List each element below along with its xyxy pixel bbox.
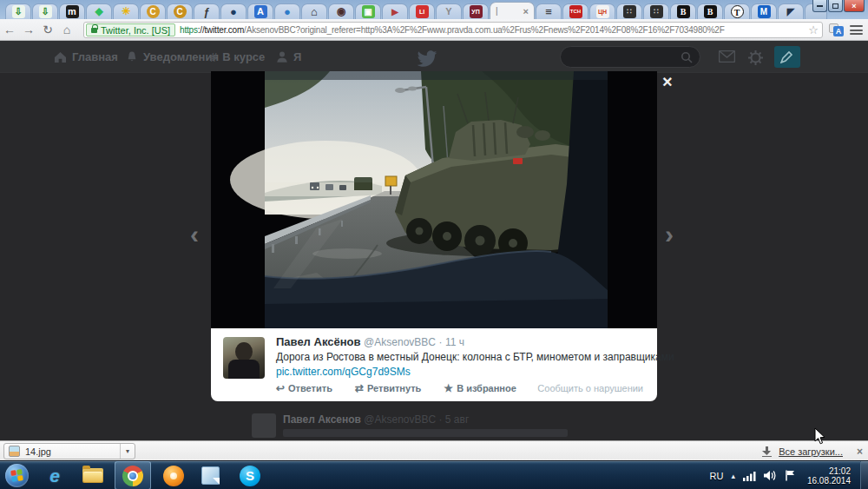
browser-tab[interactable]: Y — [436, 3, 462, 19]
browser-tab[interactable]: B — [697, 3, 723, 19]
obscured-text-line — [283, 429, 568, 437]
author-handle: @AksenovBBC — [364, 336, 436, 348]
taskbar-file-explorer[interactable] — [75, 461, 111, 489]
taskbar-chrome-active[interactable] — [115, 461, 151, 489]
taskbar-notes-app[interactable] — [192, 461, 228, 489]
taskbar-media-player[interactable] — [155, 461, 192, 489]
modal-close-icon[interactable]: × — [662, 74, 673, 89]
browser-tab[interactable]: M — [751, 3, 777, 19]
browser-tab[interactable]: ЦН — [589, 3, 615, 19]
browser-tab[interactable]: ● — [220, 3, 247, 19]
tweet-photo-link[interactable]: pic.twitter.com/qGCg7d9SMs — [276, 366, 411, 378]
taskbar: e S RU ▴ 21:02 16.08.2014 — [0, 460, 868, 489]
close-window-button[interactable]: × — [844, 0, 865, 12]
url-text: https://twitter.com/AksenovBBC?original_… — [180, 25, 725, 35]
download-bar-close-icon[interactable]: × — [850, 446, 863, 458]
nav-home[interactable]: Главная — [54, 41, 118, 73]
tab-favicon: B — [677, 5, 690, 18]
hashtag-icon: # — [210, 50, 217, 64]
windows-logo-icon — [10, 469, 23, 482]
bookmark-star-icon[interactable]: ☆ — [808, 23, 819, 36]
back-button[interactable]: ← — [0, 23, 19, 36]
home-icon — [54, 51, 67, 63]
browser-tab[interactable]: ƒ — [194, 3, 220, 19]
start-button[interactable] — [5, 464, 29, 487]
browser-tab[interactable]: ● — [274, 3, 300, 19]
browser-tab[interactable]: ≡ — [536, 3, 562, 19]
nav-profile[interactable]: Я — [276, 41, 301, 73]
reply-button[interactable]: ↩Ответить — [276, 382, 332, 394]
tab-favicon: ◤ — [785, 5, 798, 18]
browser-tab[interactable]: ◤ — [778, 3, 804, 19]
tab-close-icon[interactable]: × — [523, 6, 529, 17]
favorite-button[interactable]: ★В избранное — [444, 382, 516, 394]
active-tab[interactable]: | × — [490, 2, 535, 19]
browser-tab[interactable]: T — [724, 3, 750, 19]
browser-toolbar: ← → ↻ ⌂ Twitter, Inc. [US] https://twitt… — [0, 19, 868, 41]
network-signal-icon[interactable] — [743, 471, 756, 481]
download-dropdown-icon[interactable]: ▾ — [120, 444, 135, 459]
tweet-photo[interactable] — [211, 71, 657, 328]
download-item[interactable]: 14.jpg ▾ — [3, 443, 135, 459]
browser-tab[interactable]: m — [59, 3, 85, 19]
retweet-button[interactable]: ⇄Ретвитнуть — [355, 382, 421, 394]
tray-expand-icon[interactable]: ▴ — [731, 472, 735, 480]
close-icon: × — [852, 2, 856, 10]
address-bar[interactable]: Twitter, Inc. [US] https://twitter.com/A… — [83, 22, 823, 38]
browser-tab[interactable]: ⇩ — [5, 3, 31, 19]
action-center-flag-icon[interactable] — [785, 470, 796, 481]
browser-tab[interactable]: ∷ — [643, 3, 669, 19]
chrome-icon — [122, 466, 143, 486]
tab-favicon: ✳ — [120, 5, 133, 18]
show-desktop-button[interactable] — [860, 461, 868, 489]
show-all-downloads-link[interactable]: Все загрузки... — [779, 446, 843, 457]
taskbar-clock[interactable]: 21:02 16.08.2014 — [807, 466, 851, 486]
previous-photo-chevron[interactable]: ‹ — [190, 221, 199, 248]
browser-menu-icon[interactable] — [850, 25, 863, 35]
search-icon — [681, 51, 693, 63]
messages-icon[interactable] — [719, 50, 735, 63]
compose-tweet-button[interactable] — [774, 46, 800, 68]
volume-icon[interactable] — [764, 470, 777, 481]
home-button[interactable]: ⌂ — [57, 23, 76, 36]
browser-tab[interactable]: C — [140, 3, 166, 19]
browser-tab[interactable]: A — [247, 3, 273, 19]
avatar[interactable] — [223, 337, 265, 379]
skype-icon: S — [240, 466, 260, 486]
browser-tab[interactable]: ⌂ — [301, 3, 327, 19]
browser-tab[interactable]: LI — [409, 3, 435, 19]
tab-favicon: ≡ — [542, 5, 556, 18]
report-link[interactable]: Сообщить о нарушении — [537, 383, 643, 393]
reload-button[interactable]: ↻ — [38, 23, 57, 36]
browser-tab[interactable]: ◉ — [328, 3, 354, 19]
browser-tab[interactable]: ◆ — [86, 3, 112, 19]
browser-tab[interactable]: ✳ — [113, 3, 139, 19]
browser-tab[interactable]: ▶ — [382, 3, 408, 19]
browser-tab[interactable]: B — [670, 3, 696, 19]
browser-tab[interactable]: ТСН — [562, 3, 589, 19]
taskbar-skype[interactable]: S — [232, 461, 268, 489]
minimize-button[interactable] — [812, 0, 827, 12]
nav-discover[interactable]: # В курсе — [210, 41, 265, 73]
translate-icon[interactable]: A — [829, 23, 844, 36]
browser-tab[interactable]: C — [167, 3, 193, 19]
settings-gear-icon[interactable] — [748, 50, 763, 65]
nav-notifications[interactable]: Уведомления — [126, 41, 219, 73]
browser-tab[interactable]: ⇩ — [32, 3, 58, 19]
download-bar: 14.jpg ▾ Все загрузки... × — [0, 440, 868, 460]
background-tweet-name: Павел Аксенов @AksenovBBC · 5 авг — [283, 413, 469, 426]
tweet-author[interactable]: Павел Аксёнов @AksenovBBC · 11 ч — [276, 335, 464, 348]
forward-button[interactable]: → — [19, 23, 38, 36]
tab-favicon: УП — [470, 5, 483, 18]
language-indicator[interactable]: RU — [710, 471, 724, 481]
search-input[interactable] — [560, 46, 700, 68]
tab-favicon: ⇩ — [39, 5, 52, 18]
browser-tab[interactable]: ▣ — [355, 3, 381, 19]
maximize-button[interactable] — [828, 0, 843, 12]
browser-tab[interactable]: ∷ — [616, 3, 642, 19]
mouse-cursor — [814, 427, 825, 445]
ev-certificate-badge[interactable]: Twitter, Inc. [US] — [86, 23, 175, 36]
next-photo-chevron[interactable]: › — [665, 221, 674, 248]
taskbar-internet-explorer[interactable]: e — [36, 461, 73, 489]
browser-tab[interactable]: УП — [463, 3, 489, 19]
